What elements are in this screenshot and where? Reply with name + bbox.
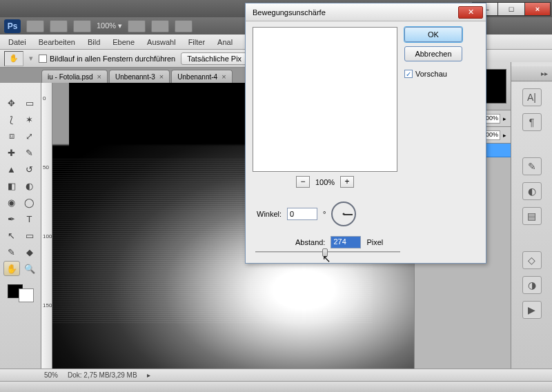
preview-checkbox-label: Vorschau	[415, 70, 447, 78]
tab-label: Unbenannt-4	[177, 73, 217, 81]
dialog-close-button[interactable]: ✕	[458, 6, 483, 19]
stamp-tool-icon[interactable]: ▲	[3, 161, 20, 177]
close-button[interactable]: ×	[524, 2, 551, 16]
zoom-out-button[interactable]: −	[296, 176, 310, 188]
lasso-tool-icon[interactable]: ⟅	[3, 112, 20, 127]
distance-label: Abstand:	[295, 238, 325, 246]
hand-tool-icon[interactable]: ✋	[4, 51, 23, 66]
menu-datei[interactable]: Datei	[8, 38, 26, 46]
notes-tool-icon[interactable]: ✎	[3, 244, 20, 259]
menu-filter[interactable]: Filter	[188, 38, 205, 46]
marquee-tool-icon[interactable]: ▭	[21, 95, 38, 110]
history-brush-icon[interactable]: ↺	[21, 161, 38, 177]
brush-tool-icon[interactable]: ✎	[21, 145, 38, 160]
bridge-icon[interactable]	[26, 20, 44, 32]
distance-slider-thumb[interactable]	[322, 248, 328, 257]
dialog-titlebar[interactable]: Bewegungsunschärfe ✕	[246, 3, 486, 21]
character-panel-icon[interactable]: A|	[522, 88, 542, 106]
menu-ebene[interactable]: Ebene	[112, 38, 135, 46]
ps-logo-icon: Ps	[4, 19, 21, 33]
menu-analyse[interactable]: Anal	[217, 38, 233, 46]
motion-blur-dialog: Bewegungsunschärfe ✕ − 100% + OK Abbrech…	[245, 3, 486, 264]
eyedropper-tool-icon[interactable]: ⤢	[21, 128, 38, 144]
chevron-right-icon[interactable]: ▸	[503, 115, 506, 122]
blur-tool-icon[interactable]: ◉	[3, 195, 20, 210]
tab-label: iu - Fotolia.psd	[48, 73, 93, 81]
options-icon[interactable]	[175, 20, 193, 32]
actual-pixels-button[interactable]: Tatsächliche Pix	[181, 52, 248, 65]
dialog-title: Bewegungsunschärfe	[253, 8, 326, 17]
move-tool-icon[interactable]: ✥	[3, 95, 20, 110]
channels-panel-icon[interactable]: ◑	[522, 276, 542, 294]
tab-unbenannt-3[interactable]: Unbenannt-3 ×	[109, 70, 170, 83]
chevron-right-icon[interactable]: ▸	[147, 371, 150, 379]
ok-button[interactable]: OK	[404, 27, 462, 42]
gradient-tool-icon[interactable]: ◐	[21, 178, 38, 193]
tab-unbenannt-4[interactable]: Unbenannt-4 ×	[171, 70, 232, 83]
paths-panel-icon[interactable]: ◇	[522, 251, 542, 269]
type-tool-icon[interactable]: T	[21, 211, 38, 226]
tool-palette: ✥ ▭ ⟅ ✶ ⧈ ⤢ ✚ ✎ ▲ ↺ ◧ ◐ ◉ ◯ ✒ T ↖ ▭ ✎ ◆ …	[0, 83, 41, 378]
maximize-button[interactable]: □	[498, 2, 524, 16]
tab-label: Unbenannt-3	[115, 73, 155, 81]
expand-icon[interactable]: ▸▸	[541, 70, 548, 77]
zoom-tool-icon[interactable]: 🔍	[21, 261, 38, 276]
background-swatch[interactable]	[19, 288, 34, 302]
status-bar: 50% Dok: 2,75 MB/3,29 MB ▸	[0, 369, 552, 381]
preview-checkbox[interactable]: ✓	[404, 70, 413, 78]
path-tool-icon[interactable]: ↖	[3, 228, 20, 243]
brush-panel-icon[interactable]: ✎	[522, 157, 542, 175]
angle-input[interactable]	[287, 208, 317, 220]
screen-mode-icon[interactable]	[73, 20, 91, 32]
collapsed-panel-dock: ▸▸ A| ¶ ✎ ◐ ▤ ◇ ◑ ▶	[511, 62, 552, 378]
distance-slider[interactable]	[255, 251, 400, 253]
actions-panel-icon[interactable]: ▶	[522, 301, 542, 319]
angle-degree-symbol: °	[323, 210, 326, 218]
distance-input[interactable]: 274	[331, 236, 361, 248]
heal-tool-icon[interactable]: ✚	[3, 145, 20, 160]
wand-tool-icon[interactable]: ✶	[21, 112, 38, 127]
horizontal-scrollbar[interactable]	[0, 381, 552, 392]
pen-tool-icon[interactable]: ✒	[3, 211, 20, 226]
ruler-vertical: 0 50 100 150 200	[41, 83, 52, 378]
cancel-button[interactable]: Abbrechen	[404, 46, 462, 61]
scroll-all-checkbox[interactable]	[39, 55, 47, 63]
paragraph-panel-icon[interactable]: ¶	[522, 113, 542, 131]
zoom-percent[interactable]: 50%	[44, 371, 58, 379]
crop-tool-icon[interactable]: ⧈	[3, 128, 20, 144]
layers-panel-icon[interactable]: ▤	[522, 207, 542, 225]
color-swatches[interactable]	[8, 284, 34, 302]
scroll-all-label: Bildlauf in allen Fenstern durchführen	[50, 55, 175, 63]
dodge-tool-icon[interactable]: ◯	[21, 195, 38, 210]
3d-tool-icon[interactable]: ◆	[21, 244, 38, 259]
menu-auswahl[interactable]: Auswahl	[147, 38, 176, 46]
angle-dial[interactable]	[331, 202, 356, 226]
extras-icon[interactable]	[151, 20, 169, 32]
angle-label: Winkel:	[257, 210, 282, 218]
filter-preview[interactable]	[253, 27, 397, 172]
minibridge-icon[interactable]	[50, 20, 68, 32]
adjustments-panel-icon[interactable]: ◐	[522, 182, 542, 200]
menu-bearbeiten[interactable]: Bearbeiten	[39, 38, 75, 46]
tab-fotolia[interactable]: iu - Fotolia.psd ×	[41, 70, 108, 83]
close-icon[interactable]: ×	[159, 72, 164, 81]
zoom-in-button[interactable]: +	[340, 176, 354, 188]
preview-zoom-pct: 100%	[315, 178, 335, 186]
distance-unit: Pixel	[366, 238, 383, 246]
menu-bild[interactable]: Bild	[88, 38, 100, 46]
chevron-right-icon[interactable]: ▸	[503, 132, 506, 139]
hand-tool-icon[interactable]: ✋	[3, 261, 20, 276]
close-icon[interactable]: ×	[221, 72, 226, 81]
doc-size: Dok: 2,75 MB/3,29 MB	[68, 371, 137, 379]
arrange-icon[interactable]	[128, 20, 146, 32]
eraser-tool-icon[interactable]: ◧	[3, 178, 20, 193]
shape-tool-icon[interactable]: ▭	[21, 228, 38, 243]
close-icon[interactable]: ×	[97, 72, 101, 81]
zoom-level[interactable]: 100% ▾	[97, 21, 122, 30]
